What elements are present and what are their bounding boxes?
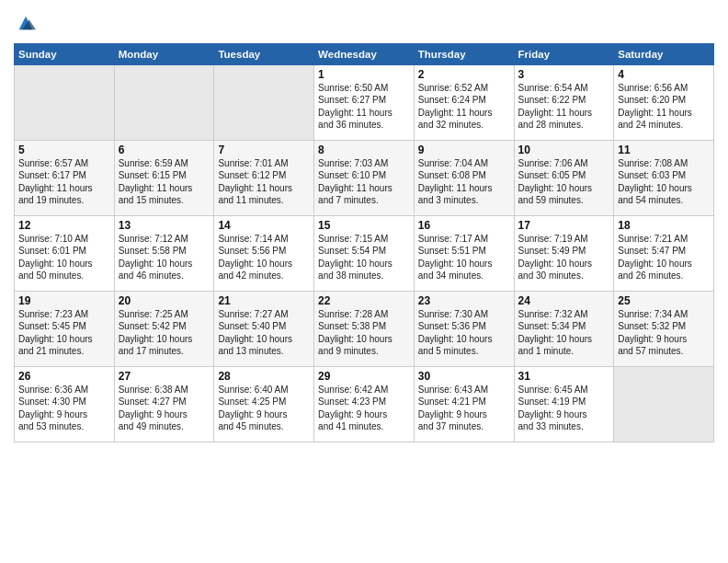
day-number: 6 [119,144,210,156]
day-number: 15 [318,219,410,232]
header [14,9,714,38]
calendar-cell [614,366,714,442]
day-number: 12 [18,219,110,232]
page-container: SundayMondayTuesdayWednesdayThursdayFrid… [0,0,728,447]
calendar-cell: 25Sunrise: 7:34 AM Sunset: 5:32 PM Dayli… [614,291,714,366]
day-info: Sunrise: 7:08 AM Sunset: 6:03 PM Dayligh… [618,157,710,207]
weekday-header-row: SundayMondayTuesdayWednesdayThursdayFrid… [15,43,714,64]
day-number: 3 [518,68,610,81]
day-number: 14 [218,219,310,232]
day-info: Sunrise: 7:25 AM Sunset: 5:42 PM Dayligh… [119,308,210,358]
calendar-cell: 7Sunrise: 7:01 AM Sunset: 6:12 PM Daylig… [214,140,314,215]
day-number: 19 [18,294,110,307]
day-info: Sunrise: 7:23 AM Sunset: 5:45 PM Dayligh… [18,308,110,358]
day-info: Sunrise: 7:06 AM Sunset: 6:05 PM Dayligh… [518,157,610,207]
day-info: Sunrise: 6:50 AM Sunset: 6:27 PM Dayligh… [318,82,410,132]
calendar-cell: 2Sunrise: 6:52 AM Sunset: 6:24 PM Daylig… [414,64,514,140]
day-info: Sunrise: 7:03 AM Sunset: 6:10 PM Dayligh… [318,157,410,207]
day-number: 30 [418,370,510,383]
day-number: 5 [18,144,110,156]
calendar-cell: 5Sunrise: 6:57 AM Sunset: 6:17 PM Daylig… [15,140,115,215]
day-number: 2 [418,68,510,81]
day-info: Sunrise: 6:36 AM Sunset: 4:30 PM Dayligh… [18,384,110,433]
calendar-cell: 14Sunrise: 7:14 AM Sunset: 5:56 PM Dayli… [214,215,314,291]
calendar-cell: 28Sunrise: 6:40 AM Sunset: 4:25 PM Dayli… [214,366,314,442]
calendar-cell: 6Sunrise: 6:59 AM Sunset: 6:15 PM Daylig… [114,140,214,215]
calendar-cell [214,64,314,140]
calendar-cell: 15Sunrise: 7:15 AM Sunset: 5:54 PM Dayli… [314,215,415,291]
day-info: Sunrise: 6:43 AM Sunset: 4:21 PM Dayligh… [418,384,510,433]
calendar-cell: 1Sunrise: 6:50 AM Sunset: 6:27 PM Daylig… [314,64,415,140]
day-number: 17 [518,219,610,232]
weekday-header-sunday: Sunday [15,43,115,64]
day-info: Sunrise: 6:38 AM Sunset: 4:27 PM Dayligh… [119,384,210,433]
calendar-cell: 3Sunrise: 6:54 AM Sunset: 6:22 PM Daylig… [514,64,614,140]
day-info: Sunrise: 6:42 AM Sunset: 4:23 PM Dayligh… [318,384,410,433]
day-number: 18 [618,219,710,232]
weekday-header-wednesday: Wednesday [314,43,415,64]
day-number: 16 [418,219,510,232]
day-number: 7 [218,144,310,156]
day-info: Sunrise: 7:17 AM Sunset: 5:51 PM Dayligh… [418,233,510,282]
calendar-cell: 27Sunrise: 6:38 AM Sunset: 4:27 PM Dayli… [114,366,214,442]
week-row-1: 1Sunrise: 6:50 AM Sunset: 6:27 PM Daylig… [15,64,714,140]
day-info: Sunrise: 6:40 AM Sunset: 4:25 PM Dayligh… [218,384,310,433]
day-number: 28 [218,370,310,383]
calendar-cell: 22Sunrise: 7:28 AM Sunset: 5:38 PM Dayli… [314,291,415,366]
day-info: Sunrise: 6:56 AM Sunset: 6:20 PM Dayligh… [618,82,710,132]
week-row-4: 19Sunrise: 7:23 AM Sunset: 5:45 PM Dayli… [15,291,714,366]
week-row-2: 5Sunrise: 6:57 AM Sunset: 6:17 PM Daylig… [15,140,714,215]
day-number: 4 [618,68,710,81]
weekday-header-friday: Friday [514,43,614,64]
day-number: 26 [18,370,110,383]
calendar-cell: 30Sunrise: 6:43 AM Sunset: 4:21 PM Dayli… [414,366,514,442]
calendar-cell: 17Sunrise: 7:19 AM Sunset: 5:49 PM Dayli… [514,215,614,291]
day-info: Sunrise: 6:59 AM Sunset: 6:15 PM Dayligh… [119,157,210,207]
week-row-3: 12Sunrise: 7:10 AM Sunset: 6:01 PM Dayli… [15,215,714,291]
day-info: Sunrise: 6:45 AM Sunset: 4:19 PM Dayligh… [518,384,610,433]
day-number: 11 [618,144,710,156]
day-info: Sunrise: 7:15 AM Sunset: 5:54 PM Dayligh… [318,233,410,282]
day-number: 9 [418,144,510,156]
day-number: 8 [318,144,410,156]
calendar-cell: 21Sunrise: 7:27 AM Sunset: 5:40 PM Dayli… [214,291,314,366]
calendar-cell: 31Sunrise: 6:45 AM Sunset: 4:19 PM Dayli… [514,366,614,442]
calendar-cell: 23Sunrise: 7:30 AM Sunset: 5:36 PM Dayli… [414,291,514,366]
day-info: Sunrise: 7:14 AM Sunset: 5:56 PM Dayligh… [218,233,310,282]
weekday-header-tuesday: Tuesday [214,43,314,64]
logo [14,13,30,38]
calendar-cell: 11Sunrise: 7:08 AM Sunset: 6:03 PM Dayli… [614,140,714,215]
day-info: Sunrise: 6:52 AM Sunset: 6:24 PM Dayligh… [418,82,510,132]
calendar-cell: 26Sunrise: 6:36 AM Sunset: 4:30 PM Dayli… [15,366,115,442]
calendar-cell: 24Sunrise: 7:32 AM Sunset: 5:34 PM Dayli… [514,291,614,366]
day-info: Sunrise: 7:19 AM Sunset: 5:49 PM Dayligh… [518,233,610,282]
day-number: 24 [518,294,610,307]
day-info: Sunrise: 7:28 AM Sunset: 5:38 PM Dayligh… [318,308,410,358]
calendar-cell: 4Sunrise: 6:56 AM Sunset: 6:20 PM Daylig… [614,64,714,140]
calendar-cell [15,64,115,140]
day-number: 29 [318,370,410,383]
calendar-cell: 29Sunrise: 6:42 AM Sunset: 4:23 PM Dayli… [314,366,415,442]
weekday-header-thursday: Thursday [414,43,514,64]
day-info: Sunrise: 7:32 AM Sunset: 5:34 PM Dayligh… [518,308,610,358]
day-number: 13 [119,219,210,232]
day-info: Sunrise: 7:04 AM Sunset: 6:08 PM Dayligh… [418,157,510,207]
calendar-cell: 9Sunrise: 7:04 AM Sunset: 6:08 PM Daylig… [414,140,514,215]
calendar-cell: 13Sunrise: 7:12 AM Sunset: 5:58 PM Dayli… [114,215,214,291]
day-info: Sunrise: 7:10 AM Sunset: 6:01 PM Dayligh… [18,233,110,282]
day-info: Sunrise: 6:54 AM Sunset: 6:22 PM Dayligh… [518,82,610,132]
calendar-cell [114,64,214,140]
day-number: 20 [119,294,210,307]
calendar-cell: 20Sunrise: 7:25 AM Sunset: 5:42 PM Dayli… [114,291,214,366]
day-number: 23 [418,294,510,307]
day-number: 10 [518,144,610,156]
logo-icon [16,13,36,33]
day-number: 22 [318,294,410,307]
weekday-header-monday: Monday [114,43,214,64]
day-info: Sunrise: 7:34 AM Sunset: 5:32 PM Dayligh… [618,308,710,358]
day-info: Sunrise: 7:01 AM Sunset: 6:12 PM Dayligh… [218,157,310,207]
weekday-header-saturday: Saturday [614,43,714,64]
calendar-cell: 12Sunrise: 7:10 AM Sunset: 6:01 PM Dayli… [15,215,115,291]
calendar-cell: 19Sunrise: 7:23 AM Sunset: 5:45 PM Dayli… [15,291,115,366]
calendar-cell: 10Sunrise: 7:06 AM Sunset: 6:05 PM Dayli… [514,140,614,215]
